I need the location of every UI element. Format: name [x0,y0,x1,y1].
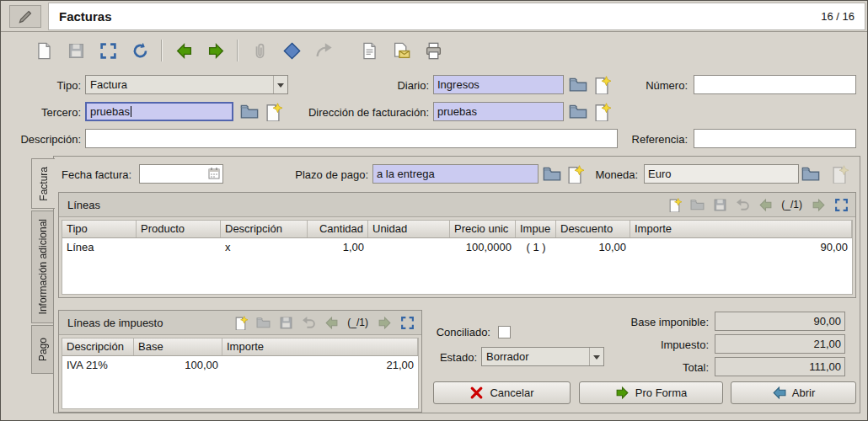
line-previous-icon[interactable] [756,195,774,214]
direccion-label: Dirección de facturación: [287,104,429,122]
diario-new-icon[interactable] [592,76,611,94]
tercero-open-icon[interactable] [240,103,259,121]
tax-next-icon[interactable] [375,313,394,332]
line-save-icon[interactable] [710,195,729,214]
diario-input[interactable]: Ingresos [433,75,564,94]
table-row[interactable]: Línea x 1,00 100,0000 ( 1 ) 10,00 90,00 [62,238,852,256]
plazo-value: a la entrega [377,168,435,180]
descripcion-input[interactable] [85,129,618,148]
title-bar: Facturas 16 / 16 [1,1,867,32]
reload-icon[interactable] [129,40,151,61]
calendar-icon[interactable] [207,167,221,180]
tipo-label: Tipo: [9,77,81,95]
pro-forma-icon [615,386,630,400]
line-next-icon[interactable] [809,195,828,214]
line-new-icon[interactable] [665,195,683,214]
moneda-input[interactable]: Euro [644,164,799,184]
direccion-input[interactable]: pruebas [433,102,564,121]
moneda-new-icon[interactable] [830,165,849,184]
print-icon[interactable] [422,40,444,61]
action-icon[interactable] [281,40,303,61]
tercero-label: Tercero: [9,104,81,122]
new-icon[interactable] [33,40,55,61]
col-importe[interactable]: Importe [630,221,852,237]
page-title: Facturas [59,9,112,24]
tax-pager[interactable]: (_/1) [345,317,371,328]
col-producto[interactable]: Producto [137,221,221,237]
save-icon[interactable] [65,40,87,61]
relate-icon[interactable] [313,40,335,61]
col-tax-descripcion[interactable]: Descripción [62,338,134,355]
abrir-button[interactable]: Abrir [731,381,856,404]
main-toolbar [1,33,867,68]
plazo-new-icon[interactable] [565,165,584,184]
toolbar-separator [237,40,238,61]
col-cantidad[interactable]: Cantidad [308,221,368,237]
next-record-icon[interactable] [205,40,227,61]
direccion-new-icon[interactable] [592,103,611,121]
report-icon[interactable] [358,40,380,61]
cancelar-button[interactable]: Cancelar [433,381,571,404]
tercero-value: pruebas [90,105,130,118]
numero-input[interactable] [694,75,856,94]
tipo-select[interactable]: Factura [85,75,288,94]
col-tax-importe[interactable]: Importe [222,338,418,355]
fecha-label: Fecha factura: [62,166,137,184]
direccion-open-icon[interactable] [569,103,587,121]
col-descripcion[interactable]: Descripción [221,221,308,237]
impuesto-label: Impuesto: [582,336,709,354]
moneda-open-icon[interactable] [801,165,820,184]
switch-view-icon[interactable] [97,40,119,61]
col-precio-unic[interactable]: Precio unic [450,221,516,237]
lines-table: Tipo Producto Descripción Cantidad Unida… [62,220,853,295]
pro-forma-button[interactable]: Pro Forma [579,381,723,404]
moneda-label: Moneda: [591,166,638,184]
tax-lines-table: Descripción Base Importe IVA 21% 100,00 … [62,338,419,409]
total-label: Total: [582,359,709,377]
table-row[interactable]: IVA 21% 100,00 21,00 [62,356,418,374]
line-expand-icon[interactable] [832,195,850,214]
col-tax-base[interactable]: Base [134,338,222,355]
tax-new-icon[interactable] [231,313,249,332]
total-field: 111,00 [715,357,845,376]
lines-table-header: Tipo Producto Descripción Cantidad Unida… [62,221,852,238]
previous-record-icon[interactable] [173,40,195,61]
base-imponible-field: 90,00 [715,312,845,331]
window-tool-button[interactable] [9,5,41,28]
col-unidad[interactable]: Unidad [368,221,450,237]
line-open-icon[interactable] [688,195,706,214]
conciliado-label: Conciliado: [426,323,490,342]
plazo-open-icon[interactable] [543,165,561,184]
fecha-input[interactable] [139,164,223,184]
tax-table-header: Descripción Base Importe [62,338,418,356]
tab-pago[interactable]: Pago [31,325,54,374]
attachment-icon[interactable] [249,40,271,61]
line-undo-icon[interactable] [733,195,752,214]
col-descuento[interactable]: Descuento [556,221,630,237]
col-tipo[interactable]: Tipo [62,221,137,237]
tipo-value: Factura [86,76,273,93]
conciliado-checkbox[interactable] [498,326,511,338]
tax-expand-icon[interactable] [398,313,416,332]
lines-toolbar: Líneas (_/1) [59,193,855,217]
abrir-label: Abrir [792,386,815,399]
tax-lines-title: Líneas de impuesto [64,317,163,329]
tax-lines-toolbar: Líneas de impuesto (_/1) [59,311,421,335]
tax-save-icon[interactable] [276,313,295,332]
tax-previous-icon[interactable] [322,313,340,332]
col-impue[interactable]: Impue [516,221,556,237]
tax-open-icon[interactable] [254,313,272,332]
tab-factura[interactable]: Factura [31,158,55,209]
referencia-input[interactable] [694,129,856,148]
base-imponible-label: Base imponible: [582,313,709,332]
tercero-new-icon[interactable] [264,103,282,121]
estado-label: Estado: [426,349,477,367]
diario-open-icon[interactable] [569,76,587,94]
tax-undo-icon[interactable] [299,313,318,332]
diario-value: Ingresos [437,78,480,91]
email-icon[interactable] [390,40,412,61]
tab-informacion-adicional[interactable]: Información adicional [31,210,54,323]
plazo-input[interactable]: a la entrega [372,164,538,184]
tercero-input[interactable]: pruebas [85,102,233,121]
line-pager[interactable]: (_/1) [779,199,805,210]
